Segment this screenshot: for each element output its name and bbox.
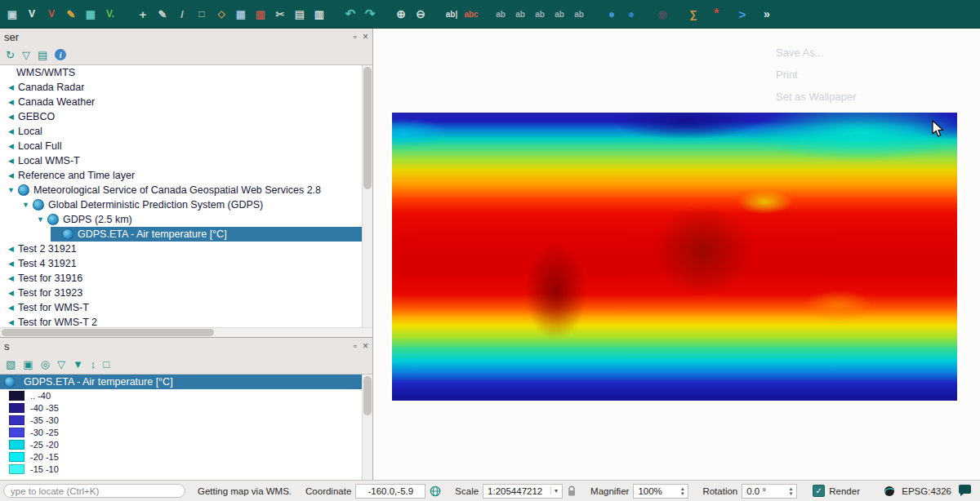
toggle-editing-icon[interactable]: V.	[101, 4, 119, 24]
spin-down-icon[interactable]: ▾	[681, 491, 684, 496]
undo-icon[interactable]: ↶	[341, 4, 359, 24]
close-panel-icon[interactable]: ×	[363, 340, 368, 352]
tree-item[interactable]: ◀Canada Weather	[0, 95, 363, 109]
zoom-in-icon[interactable]: ⊕	[392, 4, 410, 24]
tree-expand-icon[interactable]: ▼	[36, 215, 45, 224]
filter-by-expression-icon[interactable]: ▼	[73, 358, 83, 370]
magnifier-spinbox[interactable]: 100% ▴▾	[633, 484, 688, 499]
remove-layer-icon[interactable]: □	[103, 358, 109, 370]
cut-features-icon[interactable]: ✂	[271, 4, 289, 24]
float-panel-icon[interactable]: ▫	[354, 340, 357, 352]
label-ab-icon[interactable]: ab|	[443, 4, 461, 24]
vertex-tool-icon[interactable]: V	[23, 4, 41, 24]
tree-expand-icon[interactable]: ◀	[7, 157, 16, 165]
toolbar-extension-icon[interactable]: »	[758, 4, 776, 24]
tree-item[interactable]: ◀Test for 31916	[0, 271, 363, 286]
tree-item[interactable]: GDPS.ETA - Air temperature [°C]	[0, 227, 363, 242]
tree-item[interactable]: ◀GEBCO	[0, 109, 363, 124]
paste-features-icon[interactable]: ▥	[310, 4, 328, 24]
tree-expand-icon[interactable]: ◀	[7, 127, 16, 135]
lock-scale-icon[interactable]	[567, 485, 577, 497]
label-anchor-icon[interactable]: ab	[511, 4, 529, 24]
delete-features-icon[interactable]: ▥	[252, 4, 270, 24]
tree-expand-icon[interactable]: ◀	[7, 259, 16, 268]
manage-map-themes-icon[interactable]: ◎	[41, 358, 50, 370]
label-change-icon[interactable]: ab	[570, 4, 588, 24]
crs-globe-icon[interactable]	[884, 485, 895, 497]
bug-report-icon[interactable]: *	[707, 4, 725, 24]
scrollbar-thumb[interactable]	[363, 67, 372, 189]
tree-item[interactable]: ◀Local	[0, 124, 363, 139]
search-binoculars-icon[interactable]: ◉	[653, 4, 671, 24]
tree-item[interactable]: ▼GDPS (2.5 km)	[0, 212, 363, 227]
label-move-icon[interactable]: ab	[550, 4, 568, 24]
epsg-code[interactable]: EPSG:4326	[902, 486, 951, 496]
browser-horizontal-scrollbar[interactable]	[0, 327, 372, 337]
tree-item[interactable]: ▼Meteorological Service of Canada Geospa…	[0, 183, 363, 197]
tree-expand-icon[interactable]: ◀	[7, 83, 16, 91]
tree-item[interactable]: ◀Test for WMS-T 2	[0, 315, 363, 327]
label-abc-icon[interactable]: abc	[462, 4, 480, 24]
expand-collapse-icon[interactable]: ↕	[91, 358, 96, 370]
map-canvas[interactable]: Save As...PrintSet as Wallpaper	[373, 29, 980, 480]
scrollbar-thumb[interactable]	[2, 329, 214, 336]
draw-line-icon[interactable]: /	[173, 4, 191, 24]
wms-globe-icon[interactable]: ●	[622, 4, 640, 24]
filter-browser-icon[interactable]: ▽	[22, 49, 30, 61]
tree-expand-icon[interactable]: ◀	[7, 245, 16, 253]
label-rotate-icon[interactable]: ab	[531, 4, 549, 24]
measure-pencil-icon[interactable]: ✎	[62, 4, 80, 24]
tree-expand-icon[interactable]: ◀	[7, 142, 16, 150]
layer-item-selected[interactable]: GDPS.ETA - Air temperature [°C]	[0, 375, 363, 389]
edit-vertex-icon[interactable]: V	[42, 4, 60, 24]
metasearch-globe-icon[interactable]: ●	[603, 4, 621, 24]
tree-item[interactable]: ▼Global Deterministic Prediction System …	[0, 197, 363, 212]
float-panel-icon[interactable]: ▫	[354, 31, 357, 42]
tree-expand-icon[interactable]: ▼	[21, 201, 30, 209]
open-layer-styling-icon[interactable]: ▧	[6, 358, 16, 370]
properties-widget-icon[interactable]: i	[55, 49, 66, 60]
scrollbar-thumb[interactable]	[363, 376, 372, 415]
redo-icon[interactable]: ↷	[361, 4, 379, 24]
collapse-all-icon[interactable]: ▤	[38, 49, 47, 61]
save-layer-icon[interactable]: ▦	[82, 4, 100, 24]
processing-icon[interactable]: ∑	[684, 4, 702, 24]
tree-expand-icon[interactable]: ▼	[7, 186, 16, 194]
tree-expand-icon[interactable]: ◀	[7, 113, 16, 121]
tree-item[interactable]: ◀Canada Radar	[0, 80, 363, 95]
tree-expand-icon[interactable]: ◀	[7, 304, 16, 312]
coordinate-input[interactable]: -160.0,-5.9	[355, 484, 425, 499]
filter-legend-icon[interactable]: ▽	[57, 358, 65, 370]
world-temperature-map[interactable]	[392, 113, 957, 401]
locate-search-input[interactable]	[3, 484, 185, 498]
layers-vertical-scrollbar[interactable]	[362, 375, 372, 480]
tree-item[interactable]: ◀Reference and Time layer	[0, 168, 363, 183]
add-group-icon[interactable]: ▣	[23, 358, 33, 370]
render-checkbox[interactable]: ✓	[813, 485, 825, 497]
refresh-icon[interactable]: ↻	[6, 49, 15, 61]
tree-expand-icon[interactable]: ◀	[7, 318, 16, 326]
select-rectangle-icon[interactable]: ▣	[3, 4, 21, 24]
tree-item[interactable]: ◀Local Full	[0, 139, 363, 153]
tree-item[interactable]: ◀Test for 31923	[0, 286, 363, 300]
tree-item[interactable]: ◀Test 2 31921	[0, 242, 363, 256]
tree-item[interactable]: ◀Test for WMS-T	[0, 300, 363, 315]
rotation-spinbox[interactable]: 0.0 ° ▴▾	[742, 484, 797, 499]
browser-vertical-scrollbar[interactable]	[362, 65, 372, 327]
tree-expand-icon[interactable]: ◀	[7, 289, 16, 297]
label-pin-icon[interactable]: ab	[492, 4, 510, 24]
python-console-icon[interactable]: >	[733, 4, 751, 24]
tree-item[interactable]: WMS/WMTS	[0, 65, 363, 80]
tree-item[interactable]: ◀Local WMS-T	[0, 153, 363, 168]
copy-features-icon[interactable]: ▤	[291, 4, 309, 24]
add-feature-icon[interactable]: □	[193, 4, 211, 24]
tree-expand-icon[interactable]: ◀	[7, 98, 16, 106]
scale-combobox[interactable]: 1:205447212 ▾	[483, 484, 563, 499]
close-panel-icon[interactable]: ×	[363, 31, 368, 42]
pan-map-icon[interactable]: +	[134, 4, 152, 24]
digitize-pencil-icon[interactable]: ✎	[154, 4, 172, 24]
zoom-out-icon[interactable]: ⊖	[412, 4, 430, 24]
tree-expand-icon[interactable]: ◀	[7, 171, 16, 180]
messages-bubble-icon[interactable]	[958, 485, 972, 497]
spin-down-icon[interactable]: ▾	[790, 491, 793, 496]
